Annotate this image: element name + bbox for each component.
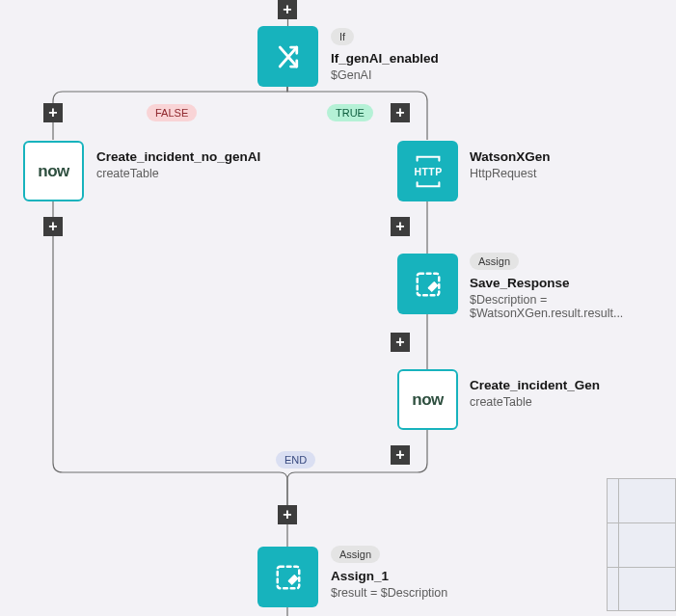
create-incident-gen-sub: createTable	[470, 395, 600, 409]
if-node-info: If If_genAI_enabled $GenAI	[331, 28, 439, 82]
watsonxgen-info: WatsonXGen HttpRequest	[470, 147, 551, 180]
assign-icon	[397, 254, 458, 314]
watsonxgen-sub: HttpRequest	[470, 167, 551, 180]
create-incident-no-genai[interactable]: now	[23, 141, 84, 201]
svg-text:HTTP: HTTP	[414, 166, 442, 176]
assign-1-node[interactable]	[257, 547, 318, 607]
minimap[interactable]	[607, 478, 676, 611]
assign-1-info: Assign Assign_1 $result = $Description	[331, 546, 447, 600]
servicenow-icon: now	[397, 369, 458, 430]
assign-icon	[257, 547, 318, 607]
http-icon: HTTP	[397, 141, 458, 201]
add-node-after-merge[interactable]: +	[278, 505, 297, 524]
branch-icon	[257, 26, 318, 87]
false-label: FALSE	[147, 104, 197, 121]
create-incident-gen-info: Create_incident_Gen createTable	[470, 376, 600, 409]
save-response-info: Assign Save_Response $Description = $Wat…	[470, 253, 676, 320]
create-incident-gen-node[interactable]: now	[397, 369, 458, 430]
if-node-tag: If	[331, 28, 354, 45]
save-response-node[interactable]	[397, 254, 458, 314]
assign-1-sub: $result = $Description	[331, 586, 447, 600]
add-node-after-gen[interactable]: +	[391, 445, 410, 465]
assign-1-title: Assign_1	[331, 569, 447, 583]
create-incident-no-genai-title: Create_incident_no_genAI	[96, 149, 260, 164]
add-node-false-branch[interactable]: +	[43, 103, 63, 122]
add-node-after-save[interactable]: +	[391, 333, 410, 352]
add-node-top[interactable]: +	[278, 0, 297, 19]
assign-1-tag: Assign	[331, 546, 380, 563]
create-incident-gen-title: Create_incident_Gen	[470, 378, 600, 392]
save-response-title: Save_Response	[470, 276, 676, 290]
save-response-sub: $Description = $WatsonXGen.result.result…	[470, 293, 676, 320]
add-node-after-watson[interactable]: +	[391, 217, 410, 236]
add-node-after-false[interactable]: +	[43, 217, 63, 236]
if-node-sub: $GenAI	[331, 68, 439, 82]
if-node-title: If_genAI_enabled	[331, 51, 439, 66]
create-incident-no-genai-sub: createTable	[96, 167, 260, 180]
end-label: END	[276, 451, 315, 469]
watsonxgen-title: WatsonXGen	[470, 149, 551, 164]
save-response-tag: Assign	[470, 253, 519, 270]
true-label: TRUE	[327, 104, 373, 121]
add-node-true-branch[interactable]: +	[391, 103, 410, 122]
if-node[interactable]	[257, 26, 318, 87]
servicenow-icon: now	[23, 141, 84, 201]
create-incident-no-genai-info: Create_incident_no_genAI createTable	[96, 147, 260, 180]
watsonxgen-node[interactable]: HTTP	[397, 141, 458, 201]
